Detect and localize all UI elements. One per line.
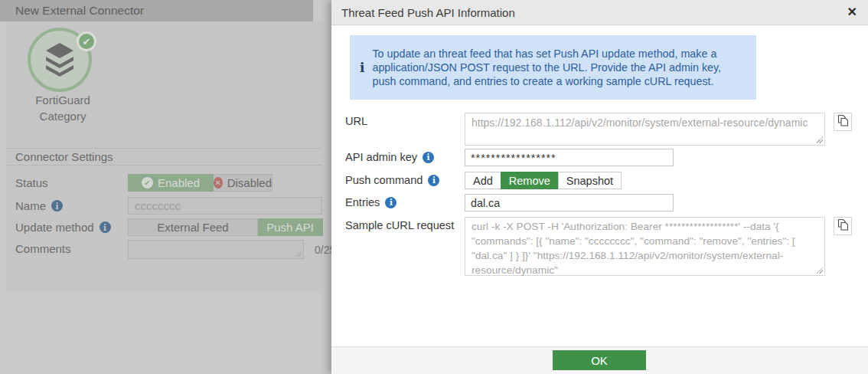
update-method-toggle: External Feed Push API <box>128 218 323 236</box>
layers-icon <box>40 38 80 81</box>
api-admin-key-label: API admin key i <box>345 149 465 163</box>
resize-handle[interactable] <box>816 267 823 274</box>
info-icon[interactable]: i <box>423 152 434 163</box>
push-command-label: Push command i <box>345 172 465 186</box>
comments-field[interactable] <box>128 240 304 259</box>
sample-curl-label: Sample cURL request <box>345 217 465 231</box>
name-label: Name i <box>15 199 63 212</box>
resize-handle[interactable] <box>816 136 823 143</box>
info-icon[interactable]: i <box>428 175 439 186</box>
status-toggle: ✔ Enabled ✕ Disabled <box>128 174 272 192</box>
info-banner: i To update an threat feed that has set … <box>350 35 756 100</box>
push-command-row: Push command i Add Remove Snapshot <box>345 172 622 189</box>
connector-type-label: FortiGuard Category <box>14 92 112 124</box>
entries-row: Entries i dal.ca <box>345 194 674 212</box>
copy-curl-button[interactable] <box>834 217 852 235</box>
update-method-push-api-button[interactable]: Push API <box>258 218 323 236</box>
copy-icon <box>837 114 849 130</box>
threat-feed-push-api-dialog: Threat Feed Push API Information ✕ i To … <box>331 0 868 374</box>
update-method-external-feed-button[interactable]: External Feed <box>128 218 258 236</box>
window-title: New External Connector <box>15 4 144 18</box>
info-icon[interactable]: i <box>100 221 111 233</box>
push-command-remove-button[interactable]: Remove <box>501 172 559 189</box>
info-icon[interactable]: i <box>51 200 63 212</box>
entries-label: Entries i <box>345 194 465 208</box>
info-banner-text: To update an threat feed that has set Pu… <box>372 47 746 88</box>
status-disabled-button[interactable]: ✕ Disabled <box>214 174 272 192</box>
selected-check-badge: ✔ <box>77 31 96 51</box>
url-field[interactable]: https://192.168.1.112/api/v2/monitor/sys… <box>465 113 825 146</box>
name-field[interactable]: cccccccc <box>128 197 322 215</box>
ok-button[interactable]: OK <box>553 350 646 370</box>
section-header: Connector Settings <box>6 148 322 166</box>
window-header: New External Connector <box>0 0 313 21</box>
x-circle-icon: ✕ <box>214 177 223 189</box>
dialog-header: Threat Feed Push API Information ✕ <box>331 0 868 25</box>
dialog-title: Threat Feed Push API Information <box>341 6 515 19</box>
status-enabled-button[interactable]: ✔ Enabled <box>128 174 214 192</box>
info-icon: i <box>360 60 364 75</box>
push-command-snapshot-button[interactable]: Snapshot <box>558 172 622 189</box>
push-command-add-button[interactable]: Add <box>465 172 501 189</box>
connector-form-card: ✔ FortiGuard Category Connector Settings… <box>6 21 322 290</box>
api-admin-key-row: API admin key i ***************** <box>345 149 674 166</box>
close-icon[interactable]: ✕ <box>847 6 857 18</box>
copy-url-button[interactable] <box>834 113 852 131</box>
push-command-toggle: Add Remove Snapshot <box>465 172 622 189</box>
sample-curl-row: Sample cURL request curl -k -X POST -H '… <box>345 217 852 276</box>
status-label: Status <box>15 176 48 189</box>
check-circle-icon: ✔ <box>142 177 153 189</box>
dialog-footer: OK <box>331 346 868 374</box>
section-title: Connector Settings <box>15 150 113 163</box>
sample-curl-field[interactable]: curl -k -X POST -H 'Authorization: Beare… <box>465 217 825 276</box>
copy-icon <box>837 218 849 235</box>
check-icon: ✔ <box>83 36 91 48</box>
comments-label: Comments <box>15 242 71 255</box>
entries-field[interactable]: dal.ca <box>465 194 674 212</box>
resize-handle[interactable] <box>295 250 302 257</box>
url-row: URL https://192.168.1.112/api/v2/monitor… <box>345 113 852 146</box>
update-method-label: Update method i <box>15 221 111 234</box>
url-label: URL <box>345 113 465 127</box>
api-admin-key-field[interactable]: ***************** <box>465 149 674 166</box>
info-icon[interactable]: i <box>385 197 396 208</box>
